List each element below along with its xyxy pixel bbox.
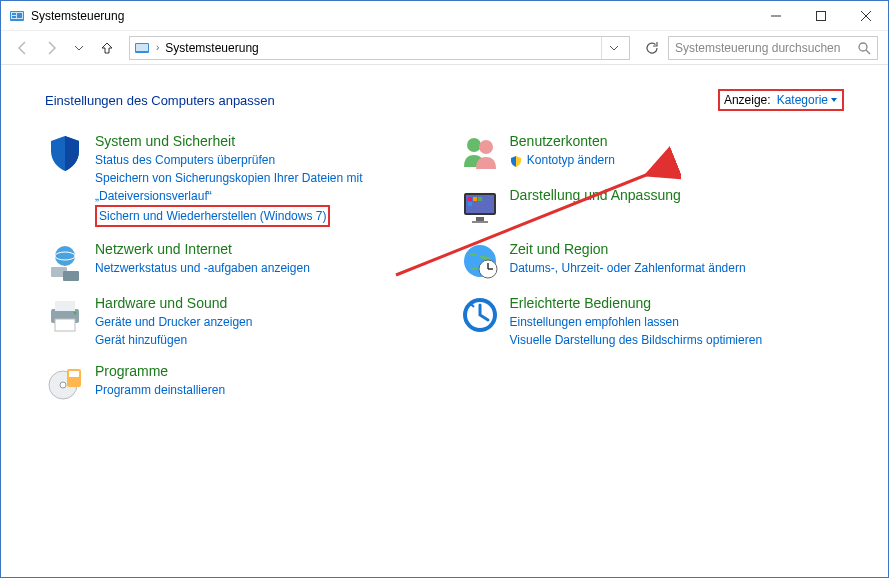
search-input[interactable]: Systemsteuerung durchsuchen: [668, 36, 878, 60]
category-programs: Programme Programm deinstallieren: [45, 363, 430, 403]
forward-button[interactable]: [39, 36, 63, 60]
svg-rect-3: [12, 16, 16, 18]
navigation-bar: › Systemsteuerung Systemsteuerung durchs…: [1, 31, 888, 65]
task-link[interactable]: Speichern von Sicherungskopien Ihrer Dat…: [95, 169, 430, 205]
breadcrumb[interactable]: Systemsteuerung: [165, 41, 258, 55]
svg-rect-18: [55, 301, 75, 311]
address-dropdown-button[interactable]: [601, 37, 625, 59]
svg-rect-4: [17, 13, 22, 18]
chevron-right-icon: ›: [156, 42, 159, 53]
view-by-value[interactable]: Kategorie: [777, 93, 838, 107]
task-link[interactable]: Datums-, Uhrzeit- oder Zahlenformat ände…: [510, 259, 746, 277]
task-link[interactable]: Status des Computers überprüfen: [95, 151, 430, 169]
shield-icon: [45, 133, 85, 173]
up-button[interactable]: [95, 36, 119, 60]
category-network: Netzwerk und Internet Netzwerkstatus und…: [45, 241, 430, 281]
disc-icon: [45, 363, 85, 403]
task-link-backup-restore[interactable]: Sichern und Wiederherstellen (Windows 7): [99, 207, 326, 225]
search-icon: [857, 41, 871, 55]
view-by-selector[interactable]: Anzeige: Kategorie: [718, 89, 844, 111]
uac-shield-icon: [510, 155, 522, 167]
svg-point-22: [60, 382, 66, 388]
search-placeholder: Systemsteuerung durchsuchen: [675, 41, 840, 55]
category-title[interactable]: Programme: [95, 363, 225, 379]
svg-rect-29: [476, 217, 484, 221]
maximize-button[interactable]: [798, 1, 843, 31]
category-hardware: Hardware und Sound Geräte und Drucker an…: [45, 295, 430, 349]
minimize-button[interactable]: [753, 1, 798, 31]
control-panel-icon: [134, 40, 150, 56]
category-title[interactable]: Benutzerkonten: [510, 133, 615, 149]
content-area: Einstellungen des Computers anpassen Anz…: [1, 65, 888, 417]
svg-rect-34: [468, 202, 472, 206]
category-title[interactable]: Hardware und Sound: [95, 295, 252, 311]
svg-point-25: [467, 138, 481, 152]
task-link[interactable]: Kontotyp ändern: [527, 153, 615, 167]
task-link[interactable]: Gerät hinzufügen: [95, 331, 252, 349]
svg-rect-32: [473, 197, 477, 201]
clock-globe-icon: [460, 241, 500, 281]
window-title: Systemsteuerung: [31, 9, 753, 23]
svg-rect-2: [12, 13, 16, 15]
svg-rect-33: [478, 197, 482, 201]
close-button[interactable]: [843, 1, 888, 31]
svg-rect-31: [468, 197, 472, 201]
svg-rect-30: [472, 221, 488, 223]
printer-icon: [45, 295, 85, 335]
svg-point-26: [479, 140, 493, 154]
svg-point-20: [74, 312, 77, 315]
category-ease-of-access: Erleichterte Bedienung Einstellungen emp…: [460, 295, 845, 349]
ease-of-access-icon: [460, 295, 500, 335]
recent-button[interactable]: [67, 36, 91, 60]
svg-line-12: [866, 50, 870, 54]
svg-rect-19: [55, 319, 75, 331]
category-title[interactable]: Erleichterte Bedienung: [510, 295, 763, 311]
highlighted-task: Sichern und Wiederherstellen (Windows 7): [95, 205, 330, 227]
svg-rect-10: [136, 44, 148, 51]
category-title[interactable]: Netzwerk und Internet: [95, 241, 310, 257]
svg-point-13: [55, 246, 75, 266]
task-link[interactable]: Visuelle Darstellung des Bildschirms opt…: [510, 331, 763, 349]
category-users: Benutzerkonten Kontotyp ändern: [460, 133, 845, 173]
category-time: Zeit und Region Datums-, Uhrzeit- oder Z…: [460, 241, 845, 281]
task-link[interactable]: Geräte und Drucker anzeigen: [95, 313, 252, 331]
task-link[interactable]: Netzwerkstatus und -aufgaben anzeigen: [95, 259, 310, 277]
svg-rect-6: [816, 11, 825, 20]
monitor-icon: [460, 187, 500, 227]
network-icon: [45, 241, 85, 281]
svg-rect-24: [69, 371, 79, 377]
chevron-down-icon: [830, 96, 838, 104]
back-button[interactable]: [11, 36, 35, 60]
category-title[interactable]: System und Sicherheit: [95, 133, 430, 149]
category-title[interactable]: Darstellung und Anpassung: [510, 187, 681, 203]
view-by-label: Anzeige:: [724, 93, 771, 107]
svg-rect-16: [63, 271, 79, 281]
category-system-security: System und Sicherheit Status des Compute…: [45, 133, 430, 227]
task-link[interactable]: Programm deinstallieren: [95, 381, 225, 399]
category-appearance: Darstellung und Anpassung: [460, 187, 845, 227]
task-link[interactable]: Einstellungen empfohlen lassen: [510, 313, 763, 331]
address-bar[interactable]: › Systemsteuerung: [129, 36, 630, 60]
users-icon: [460, 133, 500, 173]
category-title[interactable]: Zeit und Region: [510, 241, 746, 257]
control-panel-icon: [9, 8, 25, 24]
page-title: Einstellungen des Computers anpassen: [45, 93, 275, 108]
svg-point-11: [859, 43, 867, 51]
titlebar: Systemsteuerung: [1, 1, 888, 31]
right-column: Benutzerkonten Kontotyp ändern Darstellu…: [460, 133, 845, 417]
left-column: System und Sicherheit Status des Compute…: [45, 133, 430, 417]
refresh-button[interactable]: [640, 36, 664, 60]
